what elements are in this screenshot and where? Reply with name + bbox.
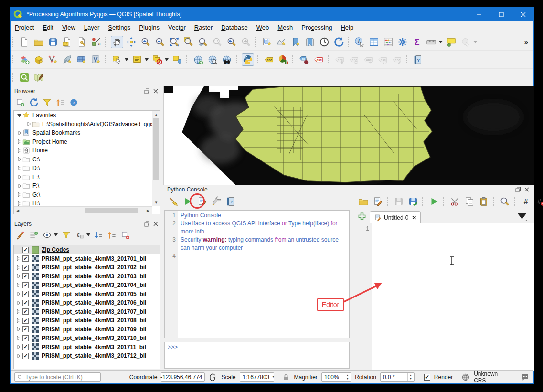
zoom-to-layer-button[interactable] xyxy=(197,36,209,48)
menu-processing[interactable]: Processing xyxy=(297,22,336,32)
expand-arrow-icon[interactable] xyxy=(16,131,22,135)
metasearch-add-wms-button[interactable] xyxy=(192,53,204,66)
new-geopackage-layer-button[interactable] xyxy=(32,53,45,66)
console-splitter[interactable]: ······ xyxy=(164,338,350,342)
add-selected-layers-button[interactable] xyxy=(14,96,26,108)
menu-layer[interactable]: Layer xyxy=(80,22,104,32)
expand-arrow-icon[interactable] xyxy=(15,265,21,270)
zoom-to-selection-button[interactable] xyxy=(182,36,195,48)
toolbar-grip[interactable] xyxy=(493,197,496,206)
toolbar-grip[interactable] xyxy=(12,37,15,47)
layer-row-prism-ppt-stable-4kmm3-201711-bil[interactable]: ✓PRISM_ppt_stable_4kmM3_201711_bil xyxy=(14,343,160,352)
remove-layer-button[interactable] xyxy=(119,229,131,241)
magnifier-spinbox[interactable]: 100% ▲▼ xyxy=(321,372,351,382)
toolbar-grip[interactable] xyxy=(12,55,15,64)
new-project-button[interactable] xyxy=(18,36,31,48)
expand-arrow-icon[interactable] xyxy=(15,256,21,261)
layer-row-prism-ppt-stable-4kmm3-201709-bil[interactable]: ✓PRISM_ppt_stable_4kmM3_201709_bil xyxy=(14,325,160,334)
tab-list-dropdown[interactable] xyxy=(515,210,529,222)
expand-arrow-icon[interactable] xyxy=(16,148,22,153)
expand-arrow-icon[interactable] xyxy=(15,301,21,305)
layer-visibility-checkbox[interactable]: ✓ xyxy=(22,353,29,359)
browser-properties-button[interactable]: i xyxy=(68,96,79,108)
layer-visibility-checkbox[interactable]: ✓ xyxy=(22,335,29,341)
help-contents-button[interactable]: ? xyxy=(412,53,424,66)
new-3d-map-view-button[interactable] xyxy=(275,36,287,48)
crs-globe-icon[interactable] xyxy=(461,373,470,381)
toolbar-grip[interactable] xyxy=(292,55,295,64)
open-field-calculator-button[interactable] xyxy=(382,36,394,48)
metasearch-button[interactable] xyxy=(221,53,233,66)
processing-toolbox-button[interactable] xyxy=(396,36,409,48)
expand-all-button[interactable] xyxy=(93,229,104,241)
zoom-full-button[interactable] xyxy=(168,36,181,48)
render-checkbox[interactable]: ✓ xyxy=(424,374,430,381)
layer-visibility-checkbox[interactable]: ✓ xyxy=(22,326,29,332)
locator-search-input[interactable]: Type to locate (Ctrl+K) xyxy=(14,372,101,382)
browser-item-spatial-bookmarks[interactable]: Spatial Bookmarks xyxy=(14,128,160,138)
browser-item-project-home[interactable]: Project Home xyxy=(14,138,160,147)
toolbar-grip[interactable] xyxy=(186,55,189,64)
show-statistical-summary-button[interactable]: Σ xyxy=(411,36,423,48)
console-options-button[interactable] xyxy=(210,195,223,208)
expand-arrow-icon[interactable] xyxy=(16,192,22,197)
expand-arrow-icon[interactable] xyxy=(15,274,21,278)
filter-browser-button[interactable] xyxy=(41,96,53,108)
deselect-features-dropdown[interactable] xyxy=(164,53,169,66)
toolbar-grip[interactable] xyxy=(443,197,446,206)
open-attribute-table-button[interactable] xyxy=(368,36,380,48)
layer-row-zip-codes[interactable]: ✓Zip Codes xyxy=(14,245,160,254)
show-map-tips-button[interactable] xyxy=(445,36,458,48)
manage-map-themes-button[interactable] xyxy=(41,229,53,241)
filter-by-expression-dropdown[interactable] xyxy=(86,229,91,241)
manage-map-themes-dropdown[interactable] xyxy=(53,229,58,241)
refresh-browser-button[interactable] xyxy=(28,96,39,108)
expand-arrow-icon[interactable] xyxy=(15,309,21,314)
select-by-location-button[interactable] xyxy=(171,53,183,66)
menu-raster[interactable]: Raster xyxy=(190,22,217,32)
menu-help[interactable]: Help xyxy=(336,22,358,32)
browser-item-f-spatialthoughts-advqgis-advanced-qgis[interactable]: F:\Spatialthoughts\AdvQGIS\advanced_qgis xyxy=(14,120,160,129)
browser-item-g[interactable]: G:\ xyxy=(14,191,160,200)
toolbar-grip[interactable] xyxy=(406,55,409,64)
save-project-button[interactable] xyxy=(47,36,59,48)
console-float-button[interactable] xyxy=(515,186,522,193)
clear-console-button[interactable] xyxy=(167,195,180,208)
layer-visibility-checkbox[interactable]: ✓ xyxy=(22,344,29,350)
measure-line-dropdown[interactable] xyxy=(438,36,443,48)
layer-visibility-checkbox[interactable]: ✓ xyxy=(22,265,29,271)
layer-row-prism-ppt-stable-4kmm3-201712-bil[interactable]: ✓PRISM_ppt_stable_4kmM3_201712_bil xyxy=(14,351,160,360)
scale-combo[interactable]: 1:1677803 ▼ xyxy=(240,372,274,382)
close-button[interactable] xyxy=(512,7,534,21)
menu-edit[interactable]: Edit xyxy=(38,22,57,32)
layers-close-button[interactable] xyxy=(152,221,159,227)
minimize-button[interactable] xyxy=(468,7,490,21)
expand-arrow-icon[interactable] xyxy=(15,336,21,340)
open-in-external-editor-button[interactable] xyxy=(372,195,384,208)
show-spatial-bookmarks-button[interactable] xyxy=(304,36,316,48)
new-virtual-layer-button[interactable] xyxy=(90,53,102,66)
layer-row-prism-ppt-stable-4kmm3-201703-bil[interactable]: ✓PRISM_ppt_stable_4kmM3_201703_bil xyxy=(14,272,160,281)
new-shapefile-layer-button[interactable] xyxy=(47,53,59,66)
menu-mesh[interactable]: Mesh xyxy=(273,22,297,32)
select-features-by-value-dropdown[interactable] xyxy=(144,53,149,66)
browser-item-f[interactable]: F:\ xyxy=(14,181,160,191)
console-output[interactable]: 1Python Console2Use iface to access QGIS… xyxy=(164,210,350,338)
browser-float-button[interactable] xyxy=(144,88,150,95)
editor-tab-untitled-0[interactable]: Untitled-0 ✕ xyxy=(370,211,421,223)
layer-visibility-checkbox[interactable]: ✓ xyxy=(22,318,29,324)
new-spatial-bookmark-button[interactable] xyxy=(289,36,302,48)
temporal-controller-button[interactable] xyxy=(318,36,330,48)
open-data-source-manager-button[interactable] xyxy=(18,53,31,66)
menu-project[interactable]: Project xyxy=(11,22,38,32)
expand-arrow-icon[interactable] xyxy=(25,122,32,126)
messages-icon[interactable] xyxy=(521,373,529,381)
pin-labels-button[interactable]: ab xyxy=(298,53,310,66)
collapse-all-layers-button[interactable] xyxy=(106,229,117,241)
run-script-button[interactable] xyxy=(428,195,440,208)
browser-horizontal-scrollbar[interactable]: ◀ ▶ xyxy=(14,206,152,214)
pan-map-button[interactable] xyxy=(111,36,123,48)
measure-line-button[interactable] xyxy=(425,36,437,48)
expand-arrow-icon[interactable] xyxy=(15,354,21,358)
zoom-last-button[interactable] xyxy=(225,36,238,48)
